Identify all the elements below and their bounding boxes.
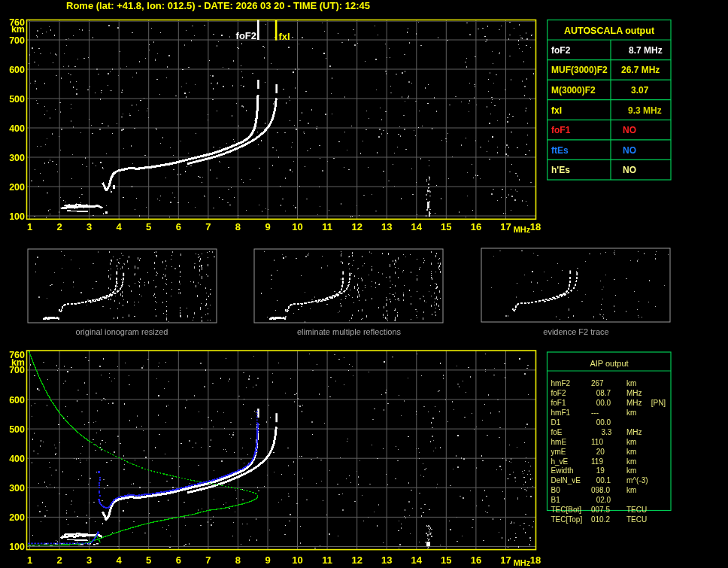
svg-text:NO: NO (623, 145, 636, 156)
svg-text:119: 119 (591, 457, 603, 466)
svg-text:km: km (626, 486, 636, 494)
svg-text:ymE: ymE (551, 448, 566, 456)
svg-text:9.3 MHz: 9.3 MHz (628, 105, 662, 116)
svg-text:---: --- (591, 409, 599, 417)
svg-text:3: 3 (86, 554, 92, 566)
svg-text:TEC[Bot]: TEC[Bot] (551, 506, 582, 514)
svg-text:foF2: foF2 (551, 389, 566, 397)
svg-text:TEC[Top]: TEC[Top] (551, 515, 583, 524)
svg-text:11: 11 (322, 554, 332, 566)
svg-text:100: 100 (9, 211, 25, 222)
svg-text:5: 5 (146, 554, 151, 566)
svg-text:3.3: 3.3 (601, 428, 611, 436)
svg-text:AUTOSCALA output: AUTOSCALA output (564, 26, 655, 36)
svg-text:11: 11 (322, 221, 332, 232)
svg-text:17: 17 (500, 221, 511, 232)
svg-text:m^(-3): m^(-3) (626, 476, 648, 484)
svg-text:4: 4 (117, 221, 123, 232)
svg-text:2: 2 (56, 221, 62, 232)
svg-text:4: 4 (117, 554, 123, 566)
svg-text:700: 700 (9, 35, 25, 46)
svg-text:16: 16 (471, 221, 481, 232)
svg-text:12: 12 (351, 554, 362, 566)
svg-text:fxI: fxI (279, 31, 290, 42)
svg-text:hmE: hmE (551, 438, 567, 446)
svg-text:12: 12 (351, 221, 362, 232)
svg-text:300: 300 (9, 483, 25, 494)
svg-text:foF2: foF2 (236, 30, 256, 41)
svg-text:18: 18 (530, 554, 541, 566)
svg-text:26.7 MHz: 26.7 MHz (621, 65, 660, 75)
svg-text:3: 3 (86, 221, 92, 232)
svg-text:267: 267 (591, 379, 604, 387)
svg-text:NO: NO (623, 165, 636, 175)
svg-text:14: 14 (411, 554, 423, 566)
svg-text:600: 600 (9, 395, 25, 405)
svg-text:7: 7 (205, 554, 211, 566)
svg-text:3.07: 3.07 (631, 85, 649, 96)
svg-text:NO: NO (623, 125, 636, 135)
svg-text:foF1: foF1 (551, 125, 571, 135)
svg-text:1: 1 (27, 221, 32, 232)
svg-text:700: 700 (9, 365, 25, 375)
svg-text:ftEs: ftEs (551, 145, 569, 156)
svg-text:M(3000)F2: M(3000)F2 (551, 85, 596, 96)
svg-text:17: 17 (500, 554, 511, 566)
svg-text:15: 15 (441, 554, 451, 566)
svg-text:8.7 MHz: 8.7 MHz (629, 45, 663, 56)
svg-text:098.0: 098.0 (591, 486, 610, 494)
svg-text:00.0: 00.0 (596, 418, 611, 427)
svg-text:8: 8 (235, 554, 241, 566)
svg-text:MHz: MHz (514, 225, 531, 234)
svg-text:TECU: TECU (626, 506, 647, 514)
svg-text:hmF1: hmF1 (551, 409, 571, 417)
svg-text:B0: B0 (551, 486, 561, 494)
svg-text:16: 16 (471, 554, 481, 566)
svg-text:007.5: 007.5 (591, 506, 610, 514)
svg-text:evidence F2 trace: evidence F2 trace (543, 327, 608, 336)
svg-text:[PN]: [PN] (651, 399, 666, 407)
svg-text:MHz: MHz (626, 389, 642, 397)
svg-text:TECU: TECU (626, 515, 647, 524)
svg-text:fxI: fxI (551, 105, 562, 116)
svg-text:foE: foE (551, 428, 563, 436)
svg-text:km: km (626, 409, 636, 417)
svg-text:500: 500 (9, 94, 25, 105)
svg-text:Ewidth: Ewidth (551, 466, 574, 475)
svg-text:km: km (11, 24, 25, 35)
svg-text:100: 100 (9, 542, 25, 552)
svg-text:original ionogram resized: original ionogram resized (76, 327, 168, 336)
svg-text:20: 20 (596, 448, 605, 456)
svg-text:010.2: 010.2 (591, 515, 610, 524)
svg-text:110: 110 (591, 438, 603, 446)
svg-text:00.1: 00.1 (596, 476, 611, 484)
svg-text:400: 400 (9, 454, 25, 464)
svg-text:9: 9 (265, 554, 270, 566)
svg-text:10: 10 (292, 221, 302, 232)
svg-text:14: 14 (411, 221, 423, 232)
svg-text:h'Es: h'Es (551, 165, 570, 175)
svg-text:600: 600 (9, 65, 25, 75)
svg-text:18: 18 (530, 221, 541, 232)
svg-text:02.0: 02.0 (596, 496, 611, 504)
svg-text:10: 10 (292, 554, 302, 566)
svg-text:MHz: MHz (626, 428, 642, 436)
svg-text:h_vE: h_vE (551, 457, 569, 466)
svg-text:km: km (626, 457, 636, 466)
svg-text:AIP output: AIP output (590, 359, 628, 368)
svg-text:foF1: foF1 (551, 399, 566, 407)
svg-text:MHz: MHz (514, 558, 531, 567)
svg-text:7: 7 (205, 221, 211, 232)
svg-text:eliminate multiple reflections: eliminate multiple reflections (297, 327, 402, 336)
svg-text:D1: D1 (551, 418, 561, 427)
svg-text:1: 1 (27, 554, 32, 566)
svg-text:km: km (626, 466, 636, 475)
svg-text:MHz: MHz (626, 399, 642, 407)
svg-text:km: km (626, 448, 636, 456)
svg-text:foF2: foF2 (551, 45, 571, 56)
svg-text:13: 13 (381, 221, 392, 232)
svg-text:DelN_vE: DelN_vE (551, 476, 581, 484)
svg-text:300: 300 (9, 153, 25, 163)
svg-text:19: 19 (596, 466, 605, 475)
svg-text:MUF(3000)F2: MUF(3000)F2 (551, 65, 608, 75)
